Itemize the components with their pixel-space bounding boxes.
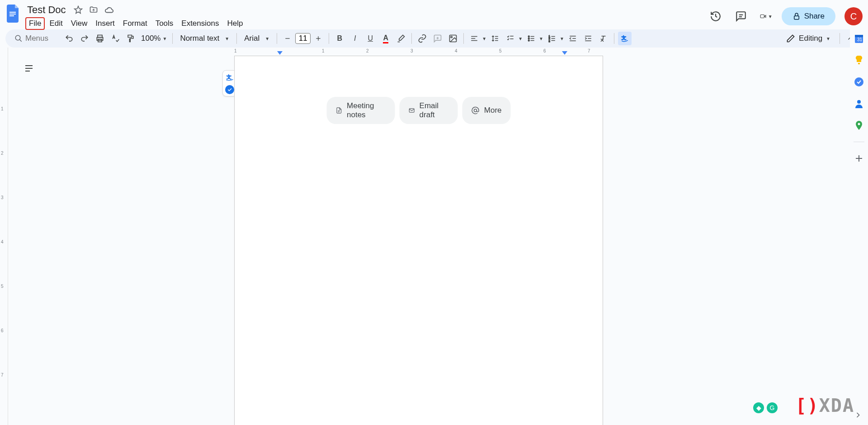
caret-down-icon: ▼ xyxy=(162,36,167,41)
contacts-icon[interactable] xyxy=(854,98,864,109)
page-icon xyxy=(336,106,343,115)
bold-button[interactable]: B xyxy=(333,32,346,45)
chip-more[interactable]: More xyxy=(462,97,511,124)
comments-icon[interactable] xyxy=(731,6,751,26)
clear-formatting-button[interactable] xyxy=(597,32,610,45)
title-row: Test Doc xyxy=(25,4,706,16)
document-title[interactable]: Test Doc xyxy=(25,3,68,17)
caret-down-icon[interactable]: ▼ xyxy=(482,36,486,41)
insert-image-button[interactable] xyxy=(446,32,460,45)
menu-file[interactable]: File xyxy=(25,17,45,30)
editing-mode-select[interactable]: Editing ▼ xyxy=(781,32,836,45)
undo-button[interactable] xyxy=(62,32,76,45)
menu-insert[interactable]: Insert xyxy=(92,17,118,30)
document-area: 1 1 2 3 4 5 6 7 文 Meeting notes xyxy=(8,48,850,425)
move-icon[interactable] xyxy=(89,5,99,15)
underline-button[interactable]: U xyxy=(363,32,377,45)
ruler-mark: 1 xyxy=(1,106,4,111)
star-icon[interactable] xyxy=(73,5,83,15)
zoom-select[interactable]: 100%▼ xyxy=(139,33,169,44)
ruler-mark: 4 xyxy=(455,48,458,53)
menu-extensions[interactable]: Extensions xyxy=(178,17,222,30)
redo-button[interactable] xyxy=(78,32,91,45)
ruler-mark: 7 xyxy=(1,372,4,377)
separator xyxy=(411,33,412,44)
ruler-mark: 3 xyxy=(410,48,413,53)
menu-help[interactable]: Help xyxy=(223,17,246,30)
chip-meeting-notes[interactable]: Meeting notes xyxy=(327,97,395,124)
docs-logo[interactable] xyxy=(5,5,22,22)
menu-view[interactable]: View xyxy=(67,17,91,30)
zoom-value: 100% xyxy=(141,34,160,43)
expand-sidepanel-icon[interactable] xyxy=(854,411,864,421)
meet-button[interactable]: ▼ xyxy=(756,6,776,26)
font-select[interactable]: Arial▼ xyxy=(241,33,273,44)
indent-decrease-button[interactable] xyxy=(566,32,580,45)
menu-tools[interactable]: Tools xyxy=(152,17,177,30)
input-tools-icon[interactable]: 文 xyxy=(224,72,235,83)
add-addon-icon[interactable] xyxy=(854,153,864,164)
outline-toggle[interactable] xyxy=(21,60,37,76)
add-comment-button[interactable] xyxy=(431,32,444,45)
italic-button[interactable]: I xyxy=(348,32,362,45)
chip-email-draft[interactable]: Email draft xyxy=(399,97,458,124)
line-spacing-button[interactable] xyxy=(488,32,502,45)
caret-down-icon: ▼ xyxy=(826,36,830,41)
maps-icon[interactable] xyxy=(854,120,864,131)
toolbar: 100%▼ Normal text▼ Arial▼ B I U A ▼ ▼ ▼ … xyxy=(5,29,863,48)
font-size-input[interactable] xyxy=(295,33,311,44)
menu-edit[interactable]: Edit xyxy=(46,17,66,30)
indent-increase-button[interactable] xyxy=(581,32,595,45)
svg-rect-5 xyxy=(760,14,764,18)
numbered-list-button[interactable]: 123 xyxy=(545,32,559,45)
header: Test Doc File Edit View Insert Format To… xyxy=(0,0,868,29)
account-avatar[interactable]: C xyxy=(844,7,863,25)
search-menus-input[interactable] xyxy=(25,34,57,43)
grammarly-badge-2[interactable]: G xyxy=(767,402,778,413)
svg-text:31: 31 xyxy=(857,37,863,42)
search-icon xyxy=(14,34,23,43)
menu-format[interactable]: Format xyxy=(119,17,151,30)
document-page[interactable]: Meeting notes Email draft More xyxy=(234,56,603,425)
share-button[interactable]: Share xyxy=(782,7,835,25)
font-size-decrease[interactable] xyxy=(281,32,294,45)
history-icon[interactable] xyxy=(706,6,726,26)
caret-down-icon[interactable]: ▼ xyxy=(560,36,564,41)
caret-down-icon[interactable]: ▼ xyxy=(518,36,523,41)
caret-down-icon: ▼ xyxy=(265,36,269,41)
checklist-button[interactable] xyxy=(504,32,517,45)
vertical-ruler[interactable]: 1 2 3 4 5 6 7 xyxy=(0,48,8,425)
align-button[interactable] xyxy=(467,32,481,45)
cloud-status-icon[interactable] xyxy=(104,5,114,15)
svg-point-7 xyxy=(15,35,20,40)
horizontal-ruler[interactable]: 1 1 2 3 4 5 6 7 xyxy=(8,48,850,56)
style-value: Normal text xyxy=(180,34,219,43)
keep-icon[interactable] xyxy=(854,55,864,66)
calendar-icon[interactable]: 31 xyxy=(854,33,864,44)
separator xyxy=(854,142,864,142)
text-color-button[interactable]: A xyxy=(379,32,392,45)
lock-icon xyxy=(793,12,801,20)
bulleted-list-button[interactable] xyxy=(524,32,538,45)
spellcheck-button[interactable] xyxy=(108,32,122,45)
insert-link-button[interactable] xyxy=(415,32,429,45)
highlight-color-button[interactable] xyxy=(394,32,408,45)
ruler-mark: 7 xyxy=(588,48,590,53)
watermark: [)XDA xyxy=(796,395,854,416)
paragraph-style-select[interactable]: Normal text▼ xyxy=(176,33,233,44)
chip-label: Email draft xyxy=(420,101,449,119)
svg-rect-6 xyxy=(794,16,799,19)
side-panel: 31 xyxy=(850,29,868,425)
paint-format-button[interactable] xyxy=(124,32,137,45)
svg-text:文: 文 xyxy=(226,74,231,80)
search-menus[interactable] xyxy=(11,33,61,44)
print-button[interactable] xyxy=(93,32,107,45)
font-size-increase[interactable] xyxy=(311,32,325,45)
caret-down-icon[interactable]: ▼ xyxy=(539,36,543,41)
font-size-group xyxy=(281,32,325,45)
tasks-icon[interactable] xyxy=(854,76,864,87)
grammarly-badge-1[interactable]: ◆ xyxy=(753,402,764,413)
grammarly-badges: ◆ G xyxy=(753,402,778,413)
input-tools-button[interactable]: 文 xyxy=(618,32,632,45)
check-icon[interactable] xyxy=(225,85,234,94)
